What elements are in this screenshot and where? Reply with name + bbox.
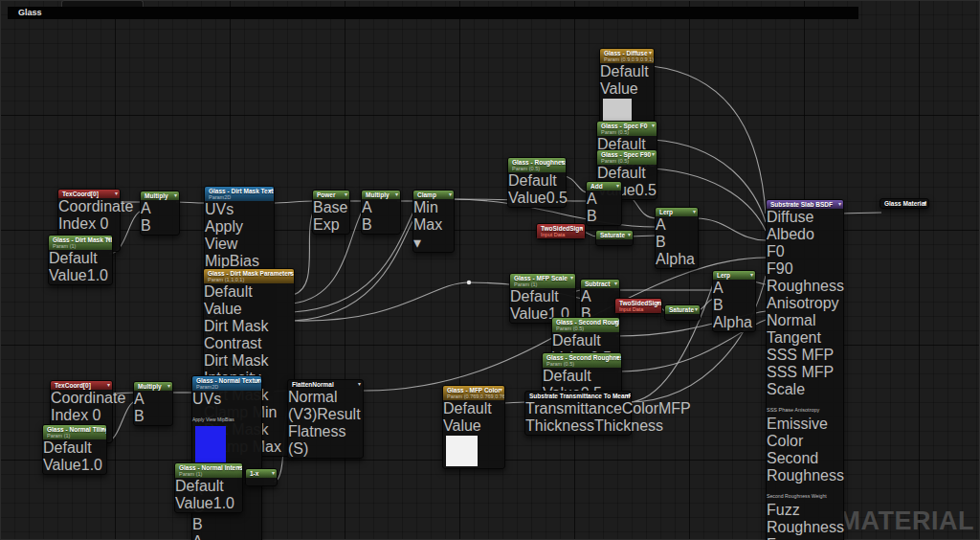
expand-arrow-icon[interactable]: ▾ [413, 234, 454, 252]
node-glass-normal-intensity[interactable]: Glass - Normal Intensity Param (1) ▾ Def… [174, 462, 243, 513]
node-glass-material-output[interactable]: Glass Material ▾ [880, 198, 929, 209]
collapse-arrow-icon[interactable]: ▾ [561, 158, 564, 165]
node-lerp-2[interactable]: Lerp ▾ A B Alpha [712, 270, 756, 332]
node-header[interactable]: 1-x ▾ [246, 469, 277, 478]
node-header[interactable]: TexCoord[0] ▾ [51, 381, 112, 390]
collapse-arrow-icon[interactable]: ▾ [652, 150, 655, 157]
collapse-arrow-icon[interactable]: ▾ [395, 191, 398, 197]
node-header[interactable]: Multiply ▾ [141, 191, 179, 200]
collapse-arrow-icon[interactable]: ▾ [174, 191, 177, 198]
node-saturate-2[interactable]: Saturate ▾ [664, 304, 701, 321]
node-lerp-1[interactable]: Lerp ▾ A B Alpha [655, 207, 699, 269]
collapse-arrow-icon[interactable]: ▾ [649, 49, 652, 56]
collapse-arrow-icon[interactable]: ▾ [256, 376, 259, 383]
node-header[interactable]: Glass - Dirt Mask Texture Param2D ▾ [205, 187, 274, 201]
default-value-box[interactable]: 1.0 [87, 267, 108, 283]
collapse-arrow-icon[interactable]: ▾ [838, 200, 841, 207]
node-header[interactable]: Glass - Diffuse Param (0.9,0.9,0.9,1) ▾ [600, 49, 654, 63]
node-clamp[interactable]: Clamp ▾ Min Max ▾ [412, 190, 455, 253]
collapse-arrow-icon[interactable]: ▾ [570, 274, 573, 281]
coordinate-index-value[interactable]: 0 [93, 407, 101, 423]
collapse-arrow-icon[interactable]: ▾ [657, 299, 659, 305]
node-header[interactable]: Glass - Normal Intensity Param (1) ▾ [175, 463, 242, 478]
default-value-box[interactable]: 0.5 [635, 182, 657, 198]
collapse-arrow-icon[interactable]: ▾ [614, 318, 617, 325]
collapse-arrow-icon[interactable]: ▾ [616, 182, 619, 189]
node-glass-normal-texture[interactable]: Glass - Normal Texture Param2D ▾ UVs App… [191, 375, 262, 540]
collapse-arrow-icon[interactable]: ▾ [628, 231, 631, 237]
collapse-arrow-icon[interactable]: ▾ [449, 191, 452, 197]
wire[interactable] [696, 218, 766, 240]
collapse-arrow-icon[interactable]: ▾ [107, 381, 110, 388]
wire[interactable] [630, 236, 657, 236]
collapse-arrow-icon[interactable]: ▾ [616, 353, 619, 360]
node-glass-diffuse[interactable]: Glass - Diffuse Param (0.9,0.9,0.9,1) ▾ … [599, 48, 655, 130]
collapse-arrow-icon[interactable]: ▾ [652, 122, 655, 128]
node-header[interactable]: Clamp ▾ [413, 191, 454, 199]
node-header[interactable]: Glass - MFP Color Param (0.769,0.769,0.7… [443, 386, 504, 400]
default-value-box[interactable]: 0.5 [546, 190, 568, 206]
node-header[interactable]: Saturate ▾ [665, 305, 700, 314]
collapse-arrow-icon[interactable]: ▾ [289, 269, 292, 276]
material-graph-canvas[interactable]: { "window": { "title": "Glass", "waterma… [0, 0, 980, 540]
node-header[interactable]: Subtract ▾ [581, 280, 619, 288]
node-header[interactable]: Saturate ▾ [596, 231, 633, 239]
collapse-arrow-icon[interactable]: ▾ [345, 191, 347, 197]
collapse-arrow-icon[interactable]: ▾ [167, 382, 170, 389]
node-header[interactable]: Glass - Spec F90 Param (0.5) ▾ [597, 150, 657, 165]
node-two-sided-sign-2[interactable]: TwoSidedSign Input Data ▾ [614, 298, 662, 314]
node-glass-mfp-color[interactable]: Glass - MFP Color Param (0.769,0.769,0.7… [442, 385, 505, 469]
collapse-arrow-icon[interactable]: ▾ [500, 386, 502, 393]
node-header[interactable]: FlattenNormal ▾ [288, 380, 363, 389]
node-flatten-normal[interactable]: FlattenNormal ▾ Normal (V3)Result Flatne… [287, 379, 364, 459]
node-header[interactable]: Glass - Second Roughness Weight Param (0… [543, 353, 621, 368]
node-header[interactable]: Glass - Spec F0 Param (0.5) ▾ [597, 122, 657, 136]
node-header[interactable]: Lerp ▾ [656, 208, 698, 216]
node-power[interactable]: Power ▾ Base Exp [312, 190, 350, 235]
wire[interactable] [271, 201, 314, 203]
node-header[interactable]: Substrate Slab BSDF ▾ [767, 200, 843, 209]
node-header[interactable]: Glass - Dirt Mask Parameters Param (1,1,… [204, 269, 294, 283]
node-multiply-2[interactable]: Multiply ▾ A B [361, 190, 401, 235]
wire[interactable] [840, 213, 881, 214]
collapse-arrow-icon[interactable]: ▾ [614, 280, 617, 286]
wire[interactable] [652, 66, 766, 214]
wire[interactable] [176, 202, 206, 203]
node-header[interactable]: Add ▾ [587, 182, 621, 191]
node-header[interactable]: Glass - MFP Scale Param (1) ▾ [510, 274, 575, 288]
node-header[interactable]: Glass - Dirt Mask Tiling Param (1) ▾ [49, 236, 112, 250]
collapse-arrow-icon[interactable]: ▾ [695, 305, 698, 312]
node-multiply-1[interactable]: Multiply ▾ A B [140, 191, 180, 236]
node-glass-dirt-mask-tiling[interactable]: Glass - Dirt Mask Tiling Param (1) ▾ Def… [48, 235, 113, 285]
collapse-arrow-icon[interactable]: ▾ [272, 469, 275, 476]
node-header[interactable]: Glass - Normal Texture Param2D ▾ [192, 376, 261, 391]
node-header[interactable]: Glass - Normal Tiling Param (1) ▾ [43, 425, 106, 439]
collapse-arrow-icon[interactable]: ▾ [107, 236, 110, 242]
collapse-arrow-icon[interactable]: ▾ [101, 425, 104, 432]
node-substrate-transmittance-to-meanfreepath[interactable]: Substrate Transmittance To MeanFreePath … [524, 391, 632, 436]
node-header[interactable]: TwoSidedSign Input Data ▾ [615, 299, 661, 313]
node-header[interactable]: Lerp ▾ [713, 271, 755, 280]
collapse-arrow-icon[interactable]: ▾ [924, 199, 926, 206]
node-one-minus[interactable]: 1-x ▾ [245, 468, 278, 486]
node-header[interactable]: Glass Material ▾ [880, 199, 928, 208]
reroute-dot[interactable] [467, 281, 471, 284]
node-saturate-1[interactable]: Saturate ▾ [595, 230, 634, 246]
node-substrate-slab-bsdf[interactable]: Substrate Slab BSDF ▾ Diffuse Albedo F0 … [766, 199, 844, 540]
node-glass-roughness[interactable]: Glass - Roughness Param (0.5) ▾ Default … [507, 157, 567, 208]
node-header[interactable]: Multiply ▾ [134, 382, 172, 391]
collapse-arrow-icon[interactable]: ▾ [115, 190, 118, 196]
node-multiply-3[interactable]: Multiply ▾ A B [133, 381, 173, 426]
node-header[interactable]: Glass - Second Roughness Param (0.5) ▾ [552, 318, 619, 332]
collapse-arrow-icon[interactable]: ▾ [750, 271, 753, 278]
default-value-box[interactable]: 1.0 [81, 457, 102, 473]
node-header[interactable]: Multiply ▾ [362, 191, 400, 199]
node-add[interactable]: Add ▾ A B [586, 181, 622, 226]
node-glass-normal-tiling[interactable]: Glass - Normal Tiling Param (1) ▾ Defaul… [42, 424, 107, 475]
node-header[interactable]: Power ▾ [313, 191, 349, 199]
collapse-arrow-icon[interactable]: ▾ [580, 224, 583, 231]
node-header[interactable]: TwoSidedSign Input Data ▾ [537, 224, 585, 238]
node-header[interactable]: Glass - Roughness Param (0.5) ▾ [508, 158, 566, 172]
collapse-arrow-icon[interactable]: ▾ [237, 463, 240, 470]
coordinate-index-value[interactable]: 0 [100, 215, 109, 232]
